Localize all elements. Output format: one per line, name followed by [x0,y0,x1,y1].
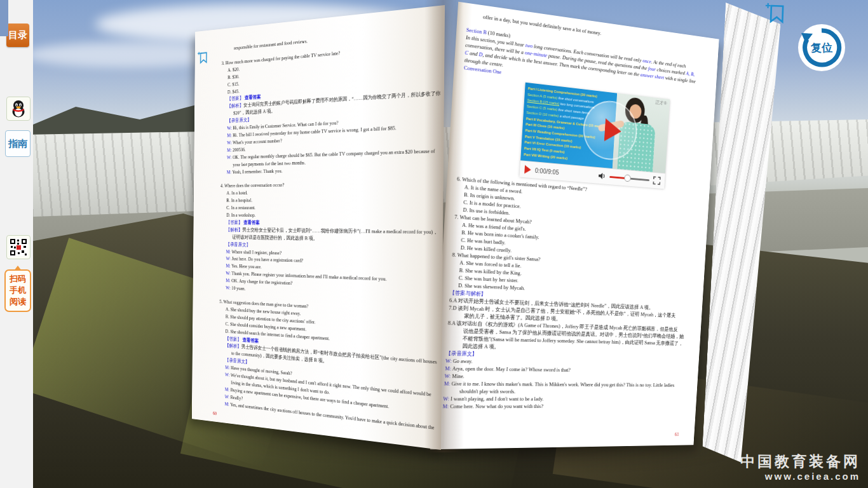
text-segment: 10 yuan. [231,285,245,292]
page-number-left: 60 [213,410,217,416]
text-segment: M: [225,364,231,370]
view-answer-link[interactable]: 查看答案 [245,94,261,101]
text-segment: C. $15. [227,81,240,87]
text-segment: W: [226,285,231,290]
control-bar-spacer [563,173,595,175]
text-line: C. In a restaurant. [220,203,428,212]
text-segment: and [468,50,479,57]
text-segment: 【解析】 [226,227,242,233]
guide-button[interactable]: 指南 [5,130,31,157]
text-segment: B. In a hospital. [226,198,252,203]
video-time-display: 0:00/9:05 [535,167,559,176]
text-segment: D. In a workshop. [226,212,255,218]
right-page-text-bottom: 6. Which of the following is mentioned w… [442,175,703,410]
video-frame[interactable]: Part I Listening Comprehension (30 marks… [520,83,670,173]
text-segment: M: [444,381,452,387]
text-segment: 证明该对话是在医院进行的，因此选择 B 项。 [232,234,317,241]
text-segment: M: [445,365,452,372]
text-segment: M: [227,132,233,138]
left-page-text: responsible for restaurant and food revi… [219,25,430,430]
text-segment: 【答案】 [226,219,243,225]
volume-slider-knob[interactable] [624,174,631,182]
qq-contact-button[interactable] [6,97,31,121]
text-segment: Yes. Here you are. [231,263,262,270]
scan-to-read-label: 扫码 手机 阅读 [4,269,31,312]
text-segment: I wasn't playing, and I don't want to be… [451,396,544,402]
text-segment: M: [226,248,232,254]
scan-label-line: 扫码 [6,273,30,285]
text-segment: W: [226,255,232,261]
volume-icon[interactable] [599,172,606,180]
volume-slider[interactable] [609,176,649,181]
text-segment: M: [227,169,233,175]
text-segment: four [648,65,656,72]
text-segment: Yeah, I remember. Thank you. [232,168,282,175]
view-answer-link[interactable]: 查看答案 [243,219,260,225]
text-segment: your late payments for the last two mont… [233,159,306,167]
toc-button[interactable]: 目录 [6,24,29,47]
ebook-reader-screen: offer in a day, but you would definitely… [0,0,868,488]
text-segment: D. $45. [227,88,240,95]
text-segment: M: [442,403,450,409]
reset-view-button[interactable]: 复位 [797,24,846,72]
text-line: B. In a hospital. [220,195,428,204]
text-segment: M: [226,263,231,269]
text-line: M: Come here. Now what do you want with … [442,402,690,410]
text-segment: Come here. Now what do you want with thi… [450,403,543,409]
right-page-content: offer in a day, but you would definitely… [430,2,719,450]
left-page-content: responsible for restaurant and food revi… [192,5,445,450]
text-segment: M: [227,147,233,152]
video-play-button[interactable] [524,165,531,174]
text-segment: B. $30. [227,74,240,80]
text-segment: 200536. [233,146,246,152]
watermark-url: www.ceiea.com [740,470,860,483]
scan-label-line: 手机 [6,285,30,296]
text-segment: Arya, open the door. May I come in? Whos… [452,365,571,373]
text-segment: M: [225,386,231,393]
text-segment: 【答案】 [227,95,245,102]
video-watermark-logo: 正才® [655,99,667,107]
text-line: W: I wasn't playing, and I don't want to… [443,395,691,403]
text-segment: $20”，因此选择 A 项。 [233,108,275,116]
text-segment: 【录音原文】 [446,350,478,357]
text-segment: shouldn't play with swords. [459,388,516,395]
qq-penguin-icon [11,100,26,118]
corner-tab [0,0,8,36]
text-segment: W: [226,270,231,276]
text-segment: W: [227,125,233,131]
text-segment: A, B, [686,71,695,78]
text-segment: 【录音原文】 [226,241,250,248]
text-segment: Where shall I register, please? [231,248,281,255]
page-number-right: 61 [675,432,679,437]
book-page-left[interactable]: responsible for restaurant and food revi… [192,5,445,450]
reset-button-label: 复位 [797,24,846,72]
text-segment: A. In a hotel. [226,190,247,196]
text-segment: Mine. [452,373,465,379]
text-segment: 4. Where does the conversation occur? [220,182,284,188]
text-segment: once [642,57,651,64]
text-segment: W: [225,393,231,400]
text-segment: A. $20. [227,66,240,72]
text-segment: 因此选择 A 项。 [462,342,499,349]
add-bookmark-icon[interactable] [764,2,785,24]
text-segment: Go away. [453,358,473,364]
qr-code [6,235,31,259]
watermark-title: 中国教育装备网 [740,452,860,470]
text-segment: 【答案】 [225,336,242,342]
book-page-right[interactable]: offer in a day, but you would definitely… [430,2,719,450]
text-segment: 【解析】 [225,342,241,349]
view-answer-link[interactable]: 查看答案 [242,337,259,344]
text-line: shouldn't play with swords. [444,388,691,396]
text-segment: Really? [231,394,243,401]
fullscreen-icon[interactable] [653,176,660,185]
video-player[interactable]: Part I Listening Comprehension (30 marks… [520,83,670,189]
text-segment: Give it to me. I know this maker's mark.… [451,381,674,388]
text-segment: What's your account number? [233,137,282,145]
text-segment: M: [226,278,231,283]
text-segment: M: [225,401,231,407]
text-segment: 【解析】 [227,102,243,109]
play-icon [604,118,622,142]
scan-label-line: 阅读 [6,296,30,308]
text-segment: W: [227,154,233,160]
text-segment: 【录音原文】 [227,117,251,124]
